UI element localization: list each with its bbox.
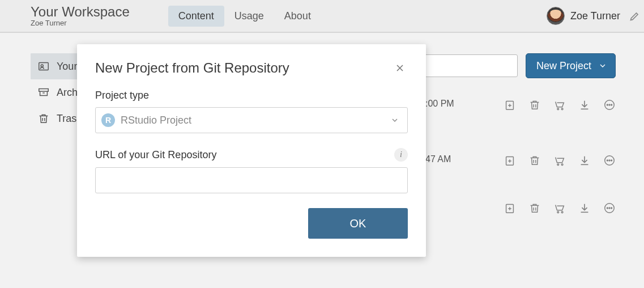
git-url-label: URL of your Git Repository [95,149,216,161]
project-type-label: Project type [95,90,408,101]
project-type-value: RStudio Project [121,115,191,126]
chevron-down-icon [390,116,399,125]
new-project-modal: New Project from Git Repository Project … [77,44,426,257]
close-icon[interactable] [392,60,408,76]
modal-title: New Project from Git Repository [95,60,392,76]
project-type-select[interactable]: R RStudio Project [95,107,408,133]
git-url-input[interactable] [95,167,408,193]
info-icon[interactable]: i [394,148,408,162]
rstudio-icon: R [101,113,115,127]
ok-button[interactable]: OK [308,208,408,239]
modal-overlay: New Project from Git Repository Project … [0,0,644,288]
